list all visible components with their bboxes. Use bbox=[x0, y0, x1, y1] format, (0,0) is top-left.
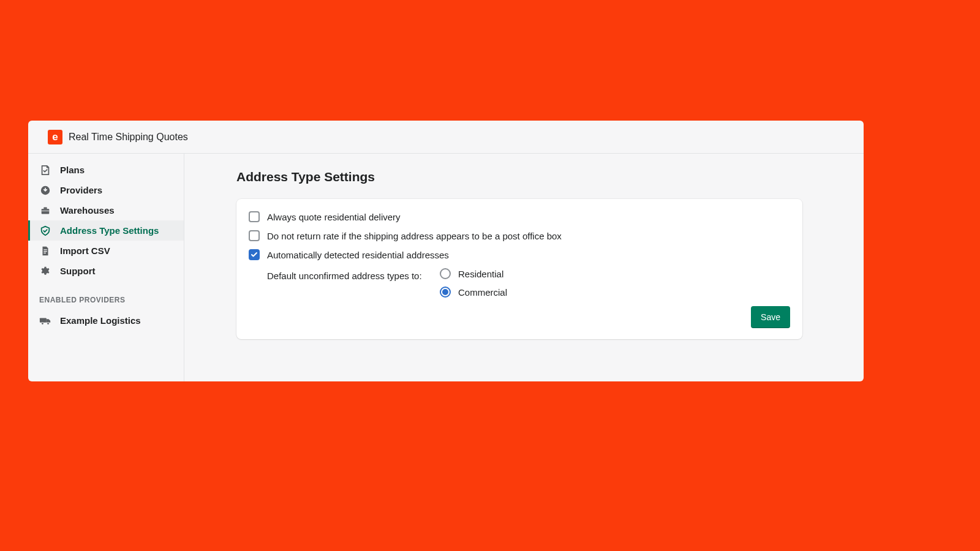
app-body: Plans Providers Warehouses Address Type … bbox=[28, 154, 864, 381]
checkbox-unchecked[interactable] bbox=[249, 230, 260, 241]
sidebar-provider-item[interactable]: Example Logistics bbox=[28, 310, 184, 331]
default-address-type-group: Default unconfirmed address types to: Re… bbox=[249, 268, 790, 298]
app-title: Real Time Shipping Quotes bbox=[69, 132, 188, 143]
radio-group: Residential Commercial bbox=[440, 268, 507, 298]
svg-rect-7 bbox=[40, 318, 47, 322]
shield-check-icon bbox=[39, 225, 51, 237]
sidebar-item-label: Support bbox=[60, 266, 96, 276]
sidebar-item-label: Address Type Settings bbox=[60, 225, 159, 236]
radio-row-commercial[interactable]: Commercial bbox=[440, 287, 507, 298]
svg-point-9 bbox=[47, 322, 50, 324]
sidebar-item-label: Warehouses bbox=[60, 205, 115, 216]
sidebar-item-plans[interactable]: Plans bbox=[28, 160, 184, 180]
main-content: Address Type Settings Always quote resid… bbox=[184, 154, 864, 381]
truck-icon bbox=[39, 315, 51, 327]
svg-rect-4 bbox=[43, 249, 47, 250]
svg-point-8 bbox=[42, 322, 44, 324]
save-button[interactable]: Save bbox=[751, 306, 790, 328]
svg-rect-3 bbox=[42, 211, 50, 211]
radio-label: Commercial bbox=[458, 287, 507, 298]
settings-card: Always quote residential delivery Do not… bbox=[236, 199, 802, 339]
titlebar: e Real Time Shipping Quotes bbox=[28, 121, 864, 154]
checkbox-label: Do not return rate if the shipping addre… bbox=[267, 231, 562, 241]
sidebar-item-import-csv[interactable]: Import CSV bbox=[28, 241, 184, 261]
gear-icon bbox=[39, 265, 51, 277]
document-check-icon bbox=[39, 164, 51, 176]
checkbox-label: Automatically detected residential addre… bbox=[267, 250, 449, 260]
sidebar-item-support[interactable]: Support bbox=[28, 261, 184, 281]
sidebar-item-warehouses[interactable]: Warehouses bbox=[28, 200, 184, 220]
checkbox-row-no-po-box[interactable]: Do not return rate if the shipping addre… bbox=[249, 230, 790, 241]
radio-label: Residential bbox=[458, 269, 503, 279]
radio-unselected[interactable] bbox=[440, 268, 451, 279]
default-label: Default unconfirmed address types to: bbox=[267, 268, 440, 281]
file-icon bbox=[39, 245, 51, 257]
sidebar-item-providers[interactable]: Providers bbox=[28, 180, 184, 200]
checkbox-row-auto-detect[interactable]: Automatically detected residential addre… bbox=[249, 249, 790, 260]
briefcase-icon bbox=[39, 204, 51, 217]
svg-rect-1 bbox=[42, 209, 50, 214]
app-window: e Real Time Shipping Quotes Plans Provid… bbox=[28, 121, 864, 381]
svg-rect-5 bbox=[43, 251, 47, 252]
radio-selected[interactable] bbox=[440, 287, 451, 298]
radio-row-residential[interactable]: Residential bbox=[440, 268, 507, 279]
checkbox-checked[interactable] bbox=[249, 249, 260, 260]
sidebar-section-header: ENABLED PROVIDERS bbox=[28, 281, 184, 310]
sidebar-item-label: Import CSV bbox=[60, 246, 110, 256]
sidebar: Plans Providers Warehouses Address Type … bbox=[28, 154, 184, 381]
sidebar-item-label: Plans bbox=[60, 165, 85, 175]
page-title: Address Type Settings bbox=[236, 170, 802, 184]
download-circle-icon bbox=[39, 184, 51, 197]
checkbox-unchecked[interactable] bbox=[249, 211, 260, 222]
card-footer: Save bbox=[249, 304, 790, 328]
sidebar-item-label: Providers bbox=[60, 185, 102, 195]
checkbox-row-always-quote[interactable]: Always quote residential delivery bbox=[249, 211, 790, 222]
svg-rect-2 bbox=[43, 207, 47, 209]
checkbox-label: Always quote residential delivery bbox=[267, 212, 401, 222]
logo-letter: e bbox=[52, 132, 58, 142]
sidebar-item-label: Example Logistics bbox=[60, 315, 141, 326]
sidebar-item-address-type-settings[interactable]: Address Type Settings bbox=[28, 220, 184, 241]
app-logo: e bbox=[48, 130, 62, 144]
svg-rect-6 bbox=[43, 252, 46, 253]
